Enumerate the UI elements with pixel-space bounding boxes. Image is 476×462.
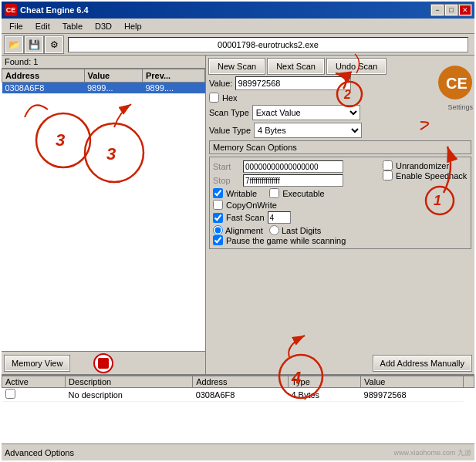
left-bottom-bar: Memory View <box>2 351 205 374</box>
row-prev: 9899.... <box>142 83 204 94</box>
last-digits-label: Last Digits <box>282 226 321 235</box>
fast-scan-checkbox[interactable] <box>213 213 223 223</box>
options-container: Start Stop Writable <box>213 160 468 245</box>
menu-d3d[interactable]: D3D <box>90 20 116 32</box>
start-row: Start <box>213 160 376 173</box>
addr-col-value: Value <box>361 376 464 388</box>
right-options: Unrandomizer Enable Speedhack <box>383 160 468 245</box>
watermark-area: www.xiaohome.com 九游 <box>393 447 471 458</box>
add-address-row: Add Address Manually <box>209 356 471 371</box>
svg-text:CE: CE <box>446 75 468 92</box>
advanced-bar: Advanced Options www.xiaohome.com 九游 <box>2 443 474 460</box>
unrandomizer-label: Unrandomizer <box>396 161 449 170</box>
alignment-radio[interactable] <box>213 225 223 235</box>
addr-col-scroll <box>464 376 474 388</box>
col-address: Address <box>2 69 85 83</box>
table-row[interactable]: 0308A6F8 9899... 9899.... <box>2 83 205 94</box>
memory-view-button[interactable]: Memory View <box>5 356 69 371</box>
stop-button[interactable] <box>93 353 113 373</box>
svg-text:3: 3 <box>56 130 65 150</box>
pause-label: Pause the game while scanning <box>226 236 346 245</box>
menu-file[interactable]: File <box>5 20 28 32</box>
value-type-select[interactable]: 4 Bytes <box>254 123 362 138</box>
cow-checkbox[interactable] <box>213 200 223 210</box>
last-digits-radio-row: Last Digits <box>269 225 321 235</box>
executable-checkbox[interactable] <box>269 188 279 198</box>
value-type-row: Value Type 4 Bytes <box>209 123 471 138</box>
menu-edit[interactable]: Edit <box>31 20 55 32</box>
value-type-label: Value Type <box>209 126 251 135</box>
scan-results-table[interactable]: Address Value Prev... 0308A6F8 9899... 9… <box>2 69 205 351</box>
col-prev: Prev... <box>142 69 204 83</box>
address-table-section: Active Description Address Type Value No… <box>2 374 474 443</box>
executable-label: Executable <box>282 189 324 198</box>
stop-icon <box>98 358 109 369</box>
menu-table[interactable]: Table <box>58 20 87 32</box>
process-address-bar: 00001798-eurotrucks2.exe <box>68 37 468 52</box>
scan-type-label: Scan Type <box>209 108 249 117</box>
fast-scan-label: Fast Scan <box>226 213 265 222</box>
unrandomizer-checkbox[interactable] <box>383 160 393 170</box>
next-scan-button[interactable]: Next Scan <box>268 59 324 74</box>
add-address-button[interactable]: Add Address Manually <box>373 356 471 371</box>
stop-row: Stop <box>213 174 376 187</box>
col-value: Value <box>84 69 142 83</box>
speedhack-row: Enable Speedhack <box>383 170 468 180</box>
value-label: Value: <box>209 79 232 88</box>
memory-options-box: Start Stop Writable <box>209 157 471 249</box>
toolbar-settings-button[interactable]: ⚙ <box>45 36 63 53</box>
toolbar: 📂 💾 ⚙ 00001798-eurotrucks2.exe <box>2 34 474 56</box>
annotation-3: 3 <box>2 94 156 187</box>
start-label: Start <box>213 162 240 171</box>
writable-label: Writable <box>226 189 257 198</box>
found-label: Found: 1 <box>5 57 38 66</box>
hex-checkbox[interactable] <box>209 93 219 103</box>
right-panel: CE Settings New Scan Next Scan Undo Scan… <box>206 56 474 374</box>
writable-checkbox[interactable] <box>213 188 223 198</box>
pause-checkbox[interactable] <box>213 235 223 245</box>
stop-input[interactable] <box>243 174 343 187</box>
process-name: 00001798-eurotrucks2.exe <box>218 40 319 49</box>
addr-col-addr: Address <box>193 376 289 388</box>
addr-col-desc: Description <box>66 376 193 388</box>
fast-scan-input[interactable] <box>268 211 291 224</box>
addr-row-active <box>2 388 66 402</box>
maximize-button[interactable]: □ <box>445 5 457 15</box>
undo-scan-button[interactable]: Undo Scan <box>327 59 386 74</box>
new-scan-button[interactable]: New Scan <box>209 59 265 74</box>
cow-row: CopyOnWrite <box>213 200 376 210</box>
speedhack-checkbox[interactable] <box>383 170 393 180</box>
value-input[interactable] <box>235 76 351 90</box>
ce-logo-area: CE Settings <box>424 56 474 106</box>
addr-active-checkbox[interactable] <box>5 389 15 399</box>
row-value: 9899... <box>84 83 142 94</box>
title-buttons: − □ ✕ <box>431 5 471 15</box>
main-window: CE Cheat Engine 6.4 − □ ✕ File Edit Tabl… <box>0 0 476 462</box>
addr-table-row[interactable]: No description 0308A6F8 4 Bytes 98997256… <box>2 388 474 402</box>
last-digits-radio[interactable] <box>269 225 279 235</box>
ce-logo-svg: CE <box>424 56 474 106</box>
addr-col-active: Active <box>2 376 66 388</box>
start-input[interactable] <box>243 160 343 173</box>
alignment-row: Alignment Last Digits <box>213 225 376 235</box>
window-title: Cheat Engine 6.4 <box>20 5 89 15</box>
addr-row-type: 4 Bytes <box>288 388 360 402</box>
hex-label: Hex <box>222 93 238 103</box>
menu-bar: File Edit Table D3D Help <box>2 19 474 34</box>
menu-help[interactable]: Help <box>120 20 147 32</box>
addr-row-desc: No description <box>66 388 193 402</box>
app-icon: CE <box>5 4 17 16</box>
memory-scan-header: Memory Scan Options <box>209 140 471 154</box>
row-address: 0308A6F8 <box>2 83 85 94</box>
advanced-label[interactable]: Advanced Options <box>5 448 74 457</box>
toolbar-open-button[interactable]: 📂 <box>5 36 23 53</box>
addr-col-type: Type <box>288 376 360 388</box>
fast-scan-row: Fast Scan <box>213 211 376 224</box>
scan-type-select[interactable]: Exact Value <box>252 105 360 120</box>
minimize-button[interactable]: − <box>431 5 444 15</box>
alignment-radio-row: Alignment <box>213 225 263 235</box>
close-button[interactable]: ✕ <box>459 5 471 15</box>
toolbar-save-button[interactable]: 💾 <box>25 36 43 53</box>
cow-label: CopyOnWrite <box>226 201 277 210</box>
found-bar: Found: 1 <box>2 56 205 69</box>
